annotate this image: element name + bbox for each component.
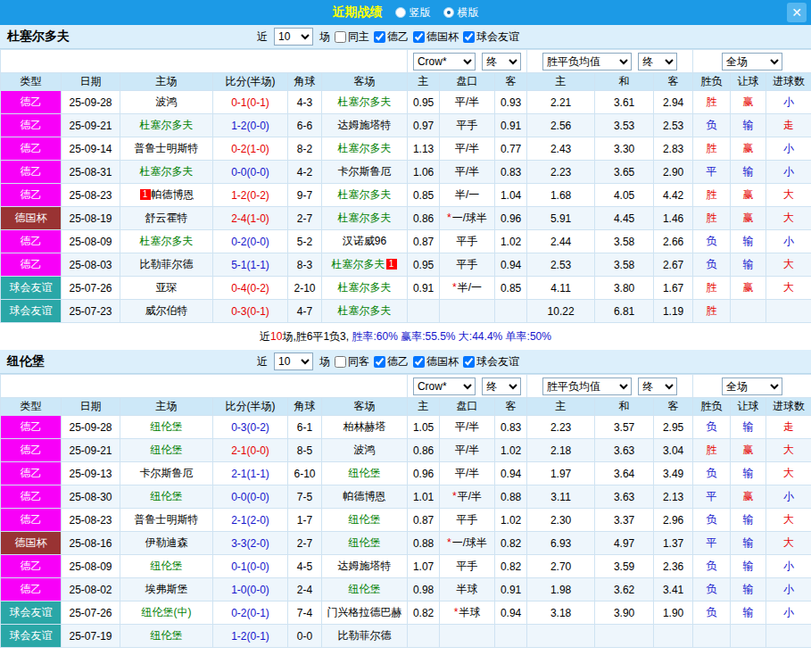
avg-draw-cell: 3.64 [595, 462, 654, 485]
odds-away-cell: 0.88 [495, 485, 527, 509]
away-team-cell[interactable]: 柏林赫塔 [322, 416, 408, 439]
home-team-cell[interactable]: 普鲁士明斯特 [120, 137, 213, 161]
score-cell: 2-1(1-1) [213, 462, 288, 485]
away-team-cell[interactable]: 门兴格拉德巴赫 [322, 601, 408, 625]
league-type-cell: 德国杯 [1, 207, 62, 230]
same-venue-checkbox[interactable]: 同客 [335, 354, 369, 369]
home-team-cell[interactable]: 卡尔斯鲁厄 [120, 462, 213, 485]
odds-away-cell: 1.04 [495, 184, 527, 207]
league-checkbox-input[interactable] [463, 356, 475, 368]
result-cell: 平 [693, 485, 731, 509]
away-team-cell[interactable]: 达姆施塔特 [322, 555, 408, 578]
away-team-cell[interactable]: 纽伦堡 [322, 578, 408, 601]
league-checkbox-label: 球会友谊 [476, 354, 519, 369]
home-team-cell[interactable]: 埃弗斯堡 [120, 578, 213, 601]
handicap-line-cell: *平/半 [440, 485, 495, 509]
away-team-cell[interactable]: 波鸿 [322, 439, 408, 462]
away-team-cell[interactable]: 杜塞尔多夫 [322, 137, 408, 161]
away-team-cell[interactable]: 杜塞尔多夫 [322, 184, 408, 207]
layout-horizontal-radio[interactable]: 横版 [443, 5, 479, 21]
away-team-cell[interactable]: 杜塞尔多夫 [322, 300, 408, 323]
away-team-cell[interactable]: 纽伦堡 [322, 462, 408, 485]
league-checkbox-input[interactable] [413, 31, 425, 43]
score-cell: 0-0(0-0) [213, 485, 288, 509]
home-team-cell[interactable]: 伊勒迪森 [120, 532, 213, 555]
league-checkbox-input[interactable] [463, 31, 475, 43]
home-team-cell[interactable]: 杜塞尔多夫 [120, 161, 213, 184]
odds-time-select[interactable]: 终 [482, 53, 521, 71]
away-team-cell[interactable]: 杜塞尔多夫 [322, 207, 408, 230]
scope-select[interactable]: 全场 [722, 53, 782, 71]
home-team-cell[interactable]: 1帕德博恩 [120, 184, 213, 207]
same-venue-input[interactable] [335, 356, 346, 368]
away-team-cell[interactable]: 达姆施塔特 [322, 114, 408, 137]
star-marker: * [452, 281, 457, 294]
average-time-select[interactable]: 终 [638, 53, 677, 71]
average-time-select[interactable]: 终 [638, 377, 677, 395]
result-cell: 胜 [693, 277, 731, 300]
league-checkbox-friendly[interactable]: 球会友谊 [463, 354, 519, 369]
team-section-nuernberg: 纽伦堡 近 10 场 同客 德乙 德国杯 球会友谊 [0, 350, 811, 648]
away-team-cell[interactable]: 杜塞尔多夫 [322, 277, 408, 300]
team-name-text: 杜塞尔多夫 [338, 95, 392, 108]
away-team-cell[interactable]: 纽伦堡 [322, 532, 408, 555]
avg-home-cell: 1.98 [527, 578, 595, 601]
scope-filter-cell: 全场 [693, 375, 811, 398]
home-team-cell[interactable]: 纽伦堡 [120, 625, 213, 648]
away-team-cell[interactable]: 杜塞尔多夫 [322, 91, 408, 114]
league-checkbox-input[interactable] [374, 31, 385, 43]
away-team-cell[interactable]: 纽伦堡 [322, 509, 408, 532]
avg-draw-cell: 3.37 [595, 509, 654, 532]
bookmaker-select[interactable]: Crow* [413, 53, 476, 71]
home-team-cell[interactable]: 纽伦堡 [120, 555, 213, 578]
close-icon[interactable]: ✕ [787, 3, 807, 22]
league-checkbox-friendly[interactable]: 球会友谊 [463, 29, 519, 45]
home-team-cell[interactable]: 普鲁士明斯特 [120, 509, 213, 532]
home-team-cell[interactable]: 杜塞尔多夫 [120, 114, 213, 137]
average-type-select[interactable]: 胜平负均值 [542, 53, 632, 71]
league-checkbox-l2[interactable]: 德乙 [374, 354, 409, 369]
odds-home-cell: 0.82 [408, 601, 440, 625]
home-team-cell[interactable]: 亚琛 [120, 277, 213, 300]
league-checkbox-cup[interactable]: 德国杯 [413, 29, 459, 45]
bookmaker-select[interactable]: Crow* [413, 377, 476, 395]
avg-home-cell: 2.21 [527, 91, 595, 114]
away-team-cell[interactable]: 帕德博恩 [322, 485, 408, 509]
goals-result-cell: 大 [766, 439, 811, 462]
league-checkbox-l2[interactable]: 德乙 [374, 29, 409, 45]
team-name-text: 达姆施塔特 [338, 560, 392, 572]
away-team-cell[interactable]: 卡尔斯鲁厄 [322, 161, 408, 184]
team-name-text: 舒云霍特 [145, 212, 188, 224]
average-type-select[interactable]: 胜平负均值 [542, 377, 632, 395]
layout-vertical-radio[interactable]: 竖版 [395, 5, 431, 21]
scope-select[interactable]: 全场 [722, 377, 782, 395]
match-count-select[interactable]: 10 [274, 353, 313, 370]
odds-away-cell: 0.94 [495, 253, 527, 277]
score-cell: 1-2(0-2) [213, 184, 288, 207]
home-team-cell[interactable]: 比勒菲尔德 [120, 253, 213, 277]
away-team-cell[interactable]: 杜塞尔多夫1 [322, 253, 408, 277]
avg-draw-cell: 3.65 [595, 161, 654, 184]
odds-time-select[interactable]: 终 [482, 377, 521, 395]
home-team-cell[interactable]: 波鸿 [120, 91, 213, 114]
same-venue-input[interactable] [335, 31, 346, 43]
league-checkbox-input[interactable] [374, 356, 385, 368]
same-venue-checkbox[interactable]: 同主 [335, 29, 369, 45]
handicap-line-cell: 平/半 [440, 439, 495, 462]
home-team-cell[interactable]: 纽伦堡 [120, 416, 213, 439]
score-cell: 0-2(0-1) [213, 601, 288, 625]
away-team-cell[interactable]: 汉诺威96 [322, 230, 408, 253]
match-count-select[interactable]: 10 [274, 28, 313, 46]
league-checkbox-input[interactable] [413, 356, 425, 368]
odds-away-cell: 0.93 [495, 91, 527, 114]
result-cell: 负 [693, 416, 731, 439]
home-team-cell[interactable]: 舒云霍特 [120, 207, 213, 230]
home-team-cell[interactable]: 纽伦堡(中) [120, 601, 213, 625]
home-team-cell[interactable]: 杜塞尔多夫 [120, 230, 213, 253]
team-name-text: 杜塞尔多夫 [338, 188, 392, 201]
home-team-cell[interactable]: 威尔伯特 [120, 300, 213, 323]
league-checkbox-cup[interactable]: 德国杯 [413, 354, 459, 369]
home-team-cell[interactable]: 纽伦堡 [120, 439, 213, 462]
away-team-cell[interactable]: 比勒菲尔德 [322, 625, 408, 648]
home-team-cell[interactable]: 纽伦堡 [120, 485, 213, 509]
